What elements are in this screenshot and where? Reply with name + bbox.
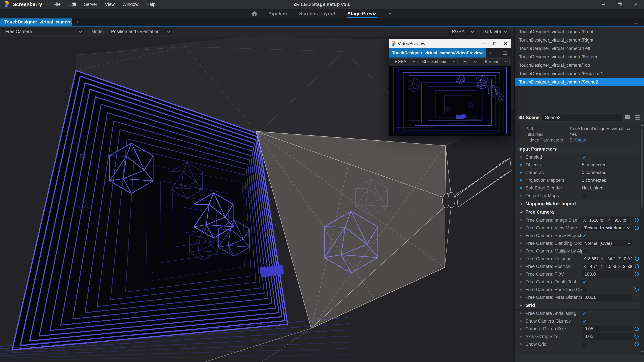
reset-icon[interactable] — [633, 217, 640, 224]
reset-icon[interactable] — [633, 286, 640, 293]
param-row: Free Camera: RotationX8.687Y-34.2Z0.0 ° — [515, 255, 640, 263]
preview-select-checkerboard[interactable]: Checkerboard — [419, 58, 458, 65]
reset-icon[interactable] — [634, 255, 640, 262]
help-icon[interactable]: ? — [624, 114, 632, 121]
text-field[interactable]: 0.05 — [582, 333, 632, 340]
maximize-icon[interactable] — [489, 39, 500, 48]
workspace-tab-active[interactable]: TouchDesigner_virtual_camera/Scene2 — [0, 18, 72, 26]
camera-list-item[interactable]: TouchDesigner_virtual_camera/Top — [515, 61, 644, 69]
axis-field[interactable]: 8.687 — [588, 255, 599, 262]
text-field[interactable]: 100.0 — [582, 271, 632, 278]
video-preview-title-bar[interactable]: VideoPreview — [389, 39, 511, 48]
checkbox[interactable] — [582, 342, 587, 347]
param-label: Enabled — [526, 155, 582, 160]
scroll-down-icon[interactable] — [640, 349, 644, 355]
axis-field[interactable]: -34.2 — [606, 255, 616, 262]
field-value: 0.05 — [584, 326, 593, 332]
mode-select[interactable]: Position and Orientation — [108, 28, 173, 35]
menu-file[interactable]: File — [50, 0, 64, 9]
camera-list-item[interactable]: TouchDesigner_virtual_camera/Projector1 — [515, 69, 644, 78]
param-value: 1 connected — [582, 178, 606, 183]
preview-select-fit[interactable]: Fit — [459, 58, 479, 65]
video-preview-tab[interactable]: TouchDesigner_virtual_camera/VideoPrevie… — [389, 48, 486, 57]
checkbox[interactable] — [582, 287, 587, 292]
section-header-input-parameters[interactable]: Input Parameters — [515, 145, 640, 153]
nav-tab-screens-layout[interactable]: Screens Layout — [293, 9, 342, 18]
home-icon[interactable] — [248, 9, 261, 18]
reset-icon[interactable] — [633, 341, 640, 348]
checkbox[interactable] — [582, 193, 587, 198]
close-icon[interactable] — [628, 0, 644, 9]
axis-field[interactable]: -4.71 — [588, 263, 599, 270]
param-row: Show Camera Gizmos — [515, 317, 640, 325]
checkbox[interactable] — [582, 233, 587, 238]
camera-list-item[interactable]: TouchDesigner_virtual_camera/Left — [515, 44, 644, 53]
text-field[interactable]: 0.05 — [582, 326, 632, 332]
menu-edit[interactable]: Edit — [64, 0, 80, 9]
section-header-grid[interactable]: Grid — [515, 301, 640, 310]
nav-tab-pipeline[interactable]: Pipeline — [262, 9, 293, 18]
menu-server[interactable]: Server — [80, 0, 101, 9]
video-preview-canvas[interactable] — [389, 65, 511, 135]
param-control — [582, 286, 640, 293]
add-tab-button[interactable]: + — [486, 48, 495, 57]
reset-icon[interactable] — [634, 263, 640, 270]
menu-help[interactable]: Help — [142, 0, 160, 9]
connected-dot-icon — [520, 172, 522, 174]
preview-select-bilinear[interactable]: Bilinear — [480, 58, 510, 65]
camera-list-item[interactable]: TouchDesigner_virtual_camera/Right — [515, 36, 644, 44]
close-icon[interactable] — [500, 39, 511, 48]
checkbox[interactable] — [582, 279, 587, 284]
section-header-free-camera[interactable]: Free Camera — [515, 208, 640, 216]
param-row: Free Camera: Blending ModeNormal (Over) — [515, 239, 640, 247]
add-layout-button[interactable]: + — [384, 9, 396, 18]
menu-view[interactable]: View — [101, 0, 118, 9]
reset-icon[interactable] — [633, 326, 640, 332]
axis-chip: X — [582, 217, 588, 224]
panel-menu-icon[interactable]: ☰ — [633, 114, 642, 121]
camera-list-item[interactable]: TouchDesigner_virtual_camera/Bottom — [515, 53, 644, 61]
checkbox[interactable] — [582, 311, 587, 316]
reset-icon[interactable] — [633, 271, 640, 278]
info-value: Root/TouchDesigner_virtual_ca… — [570, 126, 634, 131]
param-row: Objects5 connected — [515, 161, 640, 169]
dropdown-value: Normal (Over) — [582, 241, 625, 246]
field-value: 0.05 — [584, 334, 593, 339]
dropdown-select[interactable]: Normal (Over) — [582, 240, 632, 247]
video-preview-window[interactable]: VideoPreview TouchDesigner_virtual_camer… — [389, 39, 511, 135]
axis-field[interactable]: 953 px — [612, 217, 630, 224]
param-row: Show Grid — [515, 340, 640, 348]
menu-window[interactable]: Window — [118, 0, 142, 9]
scroll-up-icon[interactable] — [640, 122, 644, 128]
checkbox[interactable] — [582, 319, 587, 324]
camera-list-item[interactable]: TouchDesigner_virtual_camera/Front — [515, 27, 644, 36]
minimize-icon[interactable] — [596, 0, 612, 9]
scrollbar[interactable] — [640, 122, 644, 355]
text-field[interactable]: 0.001 — [582, 294, 632, 301]
checkbox[interactable] — [582, 249, 587, 254]
axis-field[interactable]: 3.530 — [623, 263, 634, 270]
restore-icon[interactable] — [612, 0, 628, 9]
channel-select[interactable]: RGBA — [448, 28, 477, 35]
dropdown-select[interactable]: Textured + Wireframe — [582, 225, 632, 231]
background-select[interactable]: Dark Gray — [479, 28, 510, 35]
reset-icon[interactable] — [633, 333, 640, 340]
tab-menu-icon[interactable]: ☰ — [500, 48, 511, 57]
nav-tab-stage-previz[interactable]: Stage Previz — [342, 9, 382, 18]
preview-select-rgba[interactable]: RGBA — [390, 58, 417, 65]
minimize-icon[interactable] — [478, 39, 489, 48]
section-header-mapping-matter-import[interactable]: Mapping Matter Import — [515, 200, 640, 208]
camera-select[interactable]: Free Camera — [2, 28, 85, 35]
add-workspace-tab-button[interactable]: + — [72, 18, 84, 26]
scrollbar-thumb[interactable] — [641, 129, 643, 208]
show-link[interactable]: Show — [575, 137, 586, 143]
tab-menu-icon[interactable]: ☰ — [628, 18, 644, 26]
param-dot-icon — [520, 273, 522, 275]
scene-name-input[interactable] — [542, 114, 622, 121]
checkbox[interactable] — [582, 155, 587, 160]
axis-field[interactable]: 0.0 ° — [623, 255, 634, 262]
reset-icon[interactable] — [633, 225, 640, 231]
axis-field[interactable]: 1.596 — [606, 263, 616, 270]
camera-list-item[interactable]: TouchDesigner_virtual_camera/Scene2 — [515, 78, 644, 86]
axis-field[interactable]: 1520 px — [588, 217, 606, 224]
